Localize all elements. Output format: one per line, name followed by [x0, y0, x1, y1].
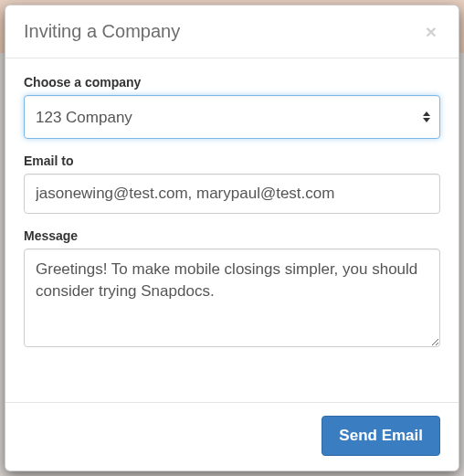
modal-title: Inviting a Company [24, 19, 180, 43]
email-field[interactable] [24, 174, 440, 214]
message-group: Message Greetings! To make mobile closin… [24, 228, 440, 351]
email-label: Email to [24, 153, 440, 168]
close-button[interactable]: × [422, 22, 440, 41]
invite-company-modal: Inviting a Company × Choose a company 12… [5, 5, 459, 471]
company-group: Choose a company 123 Company [24, 75, 440, 139]
message-field[interactable]: Greetings! To make mobile closings simpl… [24, 249, 440, 347]
email-group: Email to [24, 153, 440, 214]
modal-footer: Send Email [5, 402, 459, 471]
modal-header: Inviting a Company × [5, 5, 459, 58]
company-select[interactable]: 123 Company [24, 95, 440, 139]
send-email-button[interactable]: Send Email [322, 416, 440, 456]
company-label: Choose a company [24, 75, 440, 90]
message-label: Message [24, 228, 440, 243]
company-select-wrap: 123 Company [24, 95, 440, 139]
modal-body: Choose a company 123 Company Email to Me… [5, 58, 459, 402]
